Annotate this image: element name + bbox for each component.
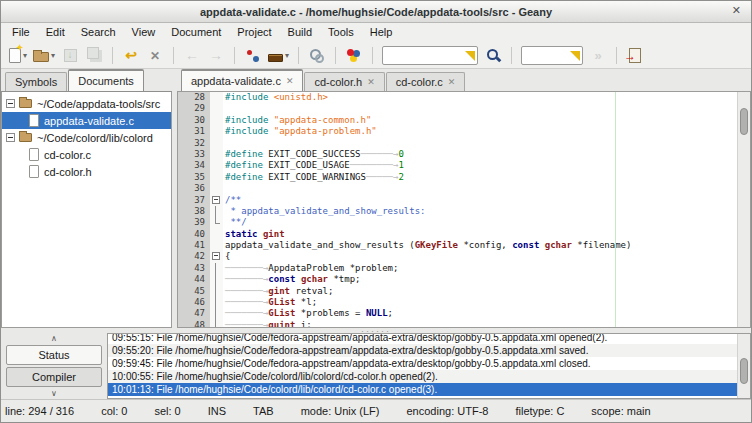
code-line[interactable]: 37/** [178, 195, 750, 206]
line-number[interactable]: 47 [178, 308, 210, 319]
msg-tabs-scroll-up-icon[interactable]: ∧ [4, 333, 104, 344]
open-file-dropdown-icon[interactable]: ▾ [51, 51, 55, 60]
code-line[interactable]: 29 [178, 103, 750, 114]
line-number[interactable]: 37 [178, 195, 210, 206]
tab-close-icon[interactable]: ✕ [367, 77, 375, 87]
message-row[interactable]: 09:55:20: File /home/hughsie/Code/fedora… [108, 344, 750, 357]
message-row[interactable]: 10:01:13: File /home/hughsie/Code/colord… [108, 383, 750, 396]
code-line[interactable]: 30#include "appdata-common.h" [178, 115, 750, 126]
tree-folder-row[interactable]: ~/Code/colord/lib/colord [2, 129, 171, 146]
line-number[interactable]: 28 [178, 92, 210, 103]
navigate-back-button[interactable] [181, 44, 203, 66]
code-line[interactable]: 40static gint [178, 229, 750, 240]
code-line[interactable]: 39 **/ [178, 217, 750, 228]
line-number[interactable]: 33 [178, 149, 210, 160]
message-tab-status[interactable]: Status [6, 345, 102, 365]
line-number[interactable]: 31 [178, 126, 210, 137]
code-line[interactable]: 34#define EXIT_CODE_USAGE────────→1 [178, 160, 750, 171]
line-number[interactable]: 48 [178, 320, 210, 328]
tab-close-icon[interactable]: ✕ [448, 77, 456, 87]
menu-item-view[interactable]: View [124, 23, 164, 42]
code-line[interactable]: 41appdata_validate_and_show_results (GKe… [178, 240, 750, 251]
execute-button[interactable] [306, 44, 328, 66]
close-file-button[interactable] [144, 44, 166, 66]
fold-marker[interactable] [210, 251, 223, 262]
code-line[interactable]: 43───────→AppdataProblem *problem; [178, 263, 750, 274]
revert-button[interactable] [120, 44, 142, 66]
line-number[interactable]: 46 [178, 297, 210, 308]
build-button[interactable]: ▾ [266, 44, 291, 66]
code-line[interactable]: 35#define EXIT_CODE_WARNINGS─────→2 [178, 172, 750, 183]
editor-scrollbar[interactable] [737, 92, 750, 327]
goto-line-entry-input[interactable] [522, 48, 568, 63]
msg-tabs-scroll-down-icon[interactable]: ∨ [4, 388, 104, 399]
line-number[interactable]: 29 [178, 103, 210, 114]
tree-file-row[interactable]: appdata-validate.c [2, 112, 171, 129]
new-document-button[interactable]: ▾ [7, 44, 29, 66]
line-number[interactable]: 42 [178, 251, 210, 262]
compile-button[interactable] [242, 44, 264, 66]
tree-file-row[interactable]: cd-color.h [2, 163, 171, 180]
code-line[interactable]: 28#include <unistd.h> [178, 92, 750, 103]
quit-button[interactable] [624, 44, 646, 66]
line-number[interactable]: 41 [178, 240, 210, 251]
menu-item-project[interactable]: Project [229, 23, 279, 42]
clear-entry-icon[interactable] [465, 51, 475, 61]
line-number[interactable]: 36 [178, 183, 210, 194]
fold-marker[interactable] [210, 195, 223, 206]
tree-file-row[interactable]: cd-color.c [2, 146, 171, 163]
save-all-button[interactable] [83, 44, 105, 66]
message-scrollbar-thumb[interactable] [740, 358, 748, 384]
menu-item-document[interactable]: Document [163, 23, 229, 42]
search-entry-input[interactable] [383, 48, 463, 63]
code-line[interactable]: 32 [178, 138, 750, 149]
code-line[interactable]: 31#include "appdata-problem.h" [178, 126, 750, 137]
sidebar-tab-documents[interactable]: Documents [68, 69, 144, 91]
titlebar[interactable]: appdata-validate.c - /home/hughsie/Code/… [1, 1, 751, 23]
message-row[interactable]: 09:59:45: File /home/hughsie/Code/fedora… [108, 357, 750, 370]
code-editor[interactable]: 28#include <unistd.h>2930#include "appda… [177, 91, 751, 328]
editor-tab-appdata-validate.c[interactable]: appdata-validate.c✕ [181, 69, 303, 91]
editor-scrollbar-thumb[interactable] [740, 108, 748, 135]
code-line[interactable]: 33#define EXIT_CODE_SUCCESS──────→0 [178, 149, 750, 160]
menu-item-help[interactable]: Help [362, 23, 401, 42]
message-row[interactable]: 10:00:55: File /home/hughsie/Code/colord… [108, 370, 750, 383]
menu-item-build[interactable]: Build [280, 23, 320, 42]
clear-entry-icon[interactable] [570, 51, 580, 61]
code-line[interactable]: 44───────→const gchar *tmp; [178, 274, 750, 285]
editor-tab-cd-color.c[interactable]: cd-color.c✕ [386, 72, 466, 91]
line-number[interactable]: 45 [178, 286, 210, 297]
message-tab-compiler[interactable]: Compiler [6, 367, 102, 387]
message-row[interactable]: 09:55:15: File /home/hughsie/Code/fedora… [108, 333, 750, 344]
code-line[interactable]: 38 * appdata_validate_and_show_results: [178, 206, 750, 217]
menu-item-tools[interactable]: Tools [320, 23, 362, 42]
line-number[interactable]: 38 [178, 206, 210, 217]
line-number[interactable]: 44 [178, 274, 210, 285]
code-line[interactable]: 36 [178, 183, 750, 194]
build-dropdown-icon[interactable]: ▾ [285, 51, 289, 60]
open-file-button[interactable]: ▾ [31, 44, 57, 66]
tree-folder-row[interactable]: ~/Code/appdata-tools/src [2, 95, 171, 112]
menu-item-edit[interactable]: Edit [38, 23, 73, 42]
line-number[interactable]: 39 [178, 217, 210, 228]
expander-icon[interactable] [6, 133, 15, 142]
color-chooser-button[interactable] [343, 44, 365, 66]
menu-item-search[interactable]: Search [73, 23, 124, 42]
tab-close-icon[interactable]: ✕ [286, 76, 294, 86]
goto-line-entry[interactable] [521, 46, 583, 65]
menu-item-file[interactable]: File [4, 23, 38, 42]
line-number[interactable]: 43 [178, 263, 210, 274]
navigate-forward-button[interactable] [205, 44, 227, 66]
line-number[interactable]: 40 [178, 229, 210, 240]
code-line[interactable]: 48───────→guint i; [178, 320, 750, 328]
line-number[interactable]: 32 [178, 138, 210, 149]
expander-icon[interactable] [6, 99, 15, 108]
window-close-icon[interactable]: ✕ [732, 4, 741, 17]
code-line[interactable]: 47───────→GList *problems = NULL; [178, 308, 750, 319]
search-button[interactable] [482, 44, 504, 66]
goto-line-button[interactable] [587, 44, 609, 66]
search-entry[interactable] [382, 46, 478, 65]
code-line[interactable]: 45───────→gint retval; [178, 286, 750, 297]
sidebar-tab-symbols[interactable]: Symbols [5, 72, 67, 91]
fold-box-icon[interactable] [212, 252, 220, 260]
